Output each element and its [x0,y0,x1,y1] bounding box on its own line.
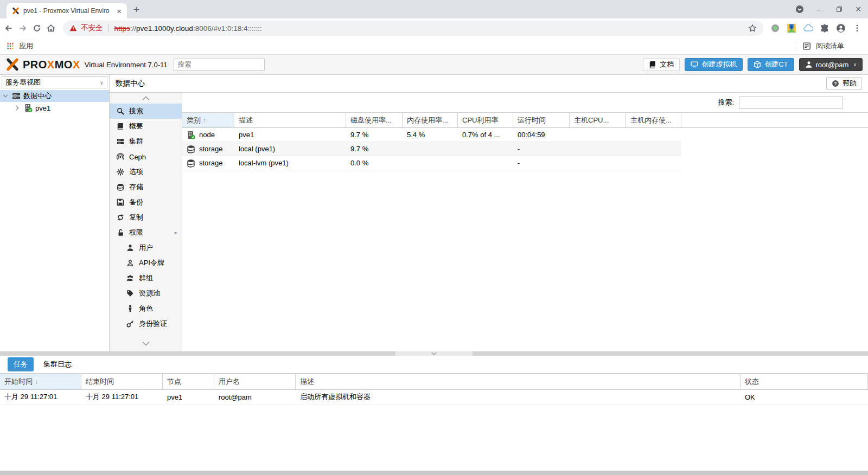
column-header[interactable]: 状态 [741,374,868,389]
nav-item[interactable]: 复制 [110,210,182,225]
column-header[interactable]: 结束时间 [81,374,163,389]
tab-title: pve1 - Proxmox Virtual Enviro [23,7,113,15]
window-restore-icon[interactable] [835,5,843,13]
home-icon[interactable] [47,24,55,33]
reload-icon[interactable] [33,24,41,33]
reading-list-label[interactable]: 阅读清单 [816,41,844,51]
table-row[interactable]: storage local-lvm (pve1) 0.0 % - [182,156,681,170]
window-close-icon[interactable]: ✕ [855,5,861,13]
browser-menu-icon[interactable] [853,24,861,33]
column-header[interactable]: 运行时间 [513,113,570,127]
nav-item[interactable]: 群组 [110,271,182,286]
column-header[interactable]: 主机CPU... [570,113,626,127]
chevron-down-icon: ∨ [100,80,104,86]
url-separator: :// [130,24,136,33]
splitter-handle[interactable] [395,351,473,356]
nav-item[interactable]: 存储 [110,179,182,195]
extension-green-icon[interactable] [771,24,780,33]
bookmark-star-icon[interactable] [748,24,757,33]
task-tab[interactable]: 集群日志 [43,360,72,369]
browser-toolbar: 不安全 https://pve1.1000y.cloud:8006/#v1:0:… [0,18,868,38]
profile-avatar[interactable] [836,23,846,33]
column-header[interactable]: CPU利用率 [458,113,513,127]
view-selector[interactable]: 服务器视图 ∨ [2,76,107,88]
reading-list-icon[interactable] [802,42,811,50]
docs-button[interactable]: 文档 [643,58,680,71]
cube-icon [754,61,761,68]
table-row[interactable]: node pve1 9.7 % 5.4 % 0.7% of 4 ... 00:0… [182,128,681,142]
column-header[interactable]: 内存使用率... [403,113,458,127]
svg-text:?: ? [834,81,837,86]
caret-down-icon[interactable] [2,92,9,100]
browser-tab[interactable]: pve1 - Proxmox Virtual Enviro × [7,3,127,18]
repeat-icon [117,214,124,221]
nav-item[interactable]: 备份 [110,195,182,210]
doc-book-icon [649,61,656,68]
column-header[interactable]: 描述 [234,113,346,127]
chevron-up-icon [142,95,150,101]
task-table-header: 开始时间 ↓ 结束时间 节点 用户名 描述 [0,374,868,390]
nav-item[interactable]: 身份验证 [110,316,182,331]
apps-label[interactable]: 应用 [19,41,33,51]
column-header[interactable]: 主机内存使... [626,113,681,127]
ceph-icon [117,153,124,161]
panel-splitter[interactable] [0,351,868,356]
tab-close-icon[interactable]: × [117,7,122,15]
browser-tabstrip: pve1 - Proxmox Virtual Enviro × + — ✕ [0,0,868,18]
nav-item[interactable]: 资源池 [110,286,182,301]
url-path: :8006/#v1:0:18:4::::::: [193,24,262,33]
extension-cloud-icon[interactable] [803,23,813,33]
nav-item[interactable]: 搜索 [110,104,182,119]
column-header[interactable]: 用户名 [214,374,296,389]
nav-item[interactable]: 选项 [110,164,182,179]
global-search-input[interactable] [174,59,265,70]
table-row[interactable]: storage local (pve1) 9.7 % - [182,142,681,156]
address-bar[interactable]: 不安全 https://pve1.1000y.cloud:8006/#v1:0:… [63,21,763,36]
column-header[interactable]: 磁盘使用率... [346,113,403,127]
create-ct-button[interactable]: 创建CT [748,58,794,71]
forward-icon[interactable] [18,24,27,33]
task-tab[interactable]: 任务 [8,357,34,371]
node-icon [24,104,33,112]
proxmox-logo-icon [5,57,20,72]
node-icon [187,131,195,139]
nav-item[interactable]: 权限 ▾ [110,225,182,240]
nav-item[interactable]: API令牌 [110,255,182,271]
security-label[interactable]: 不安全 [81,23,103,33]
nav-item[interactable]: 用户 [110,240,182,255]
nav-item[interactable]: 集群 [110,134,182,149]
nav-item[interactable]: 角色 [110,301,182,316]
new-tab-icon[interactable]: + [133,4,139,15]
column-header[interactable]: 描述 [296,374,741,389]
caret-right-icon[interactable] [14,104,21,112]
filter-input[interactable] [739,97,843,109]
nav-scroll-down[interactable] [110,338,182,349]
task-row[interactable]: 十月 29 11:27:01 十月 29 11:27:01 pve1 root@… [0,390,868,405]
sort-arrow-icon: ↓ [35,378,38,386]
nav-item[interactable]: 概要 [110,119,182,134]
tree-item[interactable]: 数据中心 [0,90,109,102]
user-icon [805,61,813,68]
datacenter-icon [12,92,21,100]
security-warning-icon[interactable] [69,24,77,32]
help-button[interactable]: ? 帮助 [826,77,862,90]
filter-label: 搜索: [718,98,734,107]
create-vm-button[interactable]: 创建虚拟机 [685,58,743,71]
extensions-puzzle-icon[interactable] [820,24,829,33]
apps-grid-icon[interactable] [7,42,14,50]
task-panel: 任务 集群日志 开始时间 ↓ 结束时间 节点 用户名 [0,356,868,471]
nav-scroll-up[interactable] [110,93,182,104]
window-minimize-icon[interactable]: — [816,5,824,13]
nav-item[interactable]: Ceph [110,149,182,164]
column-header[interactable]: 节点 [163,374,214,389]
column-header[interactable]: 类别 ↑ [182,113,234,127]
column-header[interactable]: 开始时间 ↓ [0,374,81,389]
monitor-icon [691,61,698,68]
collapse-caret-icon[interactable]: ▾ [174,230,177,236]
browser-update-icon[interactable] [795,5,804,14]
user-menu-button[interactable]: root@pam ∨ [799,58,863,71]
tree-item[interactable]: pve1 [0,102,109,114]
extension-download-icon[interactable] [787,23,796,33]
back-icon[interactable] [4,24,13,33]
proxmox-wordmark: PROXMOX [23,59,80,71]
